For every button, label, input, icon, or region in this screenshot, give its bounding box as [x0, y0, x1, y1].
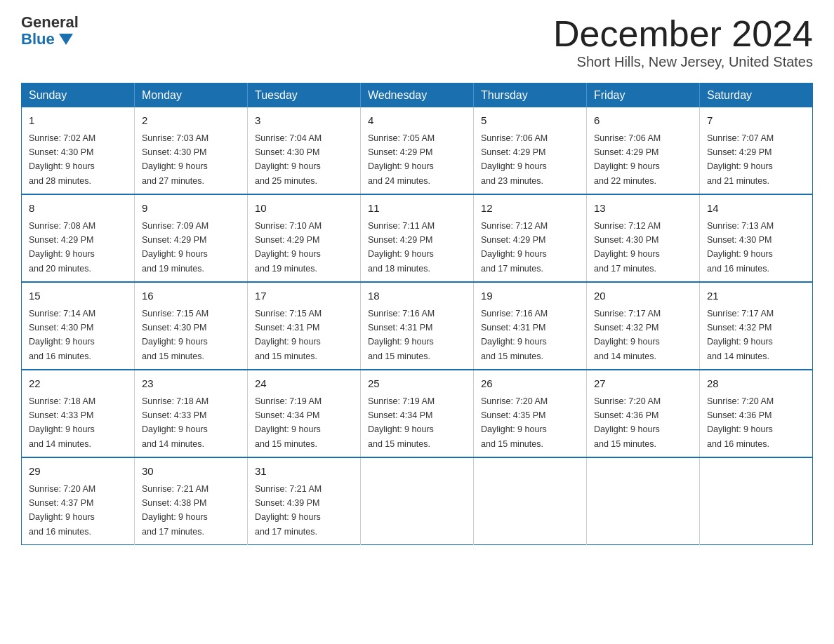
day-detail: Sunrise: 7:05 AMSunset: 4:29 PMDaylight:… — [368, 133, 435, 186]
calendar-cell: 22 Sunrise: 7:18 AMSunset: 4:33 PMDaylig… — [22, 370, 135, 457]
day-detail: Sunrise: 7:19 AMSunset: 4:34 PMDaylight:… — [255, 396, 322, 449]
day-number: 4 — [368, 113, 466, 129]
day-number: 16 — [142, 288, 240, 304]
day-number: 15 — [29, 288, 127, 304]
calendar-cell — [700, 457, 813, 545]
day-number: 6 — [594, 113, 692, 129]
day-detail: Sunrise: 7:09 AMSunset: 4:29 PMDaylight:… — [142, 221, 208, 274]
day-detail: Sunrise: 7:08 AMSunset: 4:29 PMDaylight:… — [29, 221, 95, 274]
header-tuesday: Tuesday — [248, 83, 361, 108]
title-block: December 2024 Short Hills, New Jersey, U… — [553, 14, 813, 70]
header-wednesday: Wednesday — [361, 83, 474, 108]
calendar-cell: 19 Sunrise: 7:16 AMSunset: 4:31 PMDaylig… — [474, 282, 587, 370]
day-number: 30 — [142, 464, 240, 480]
day-detail: Sunrise: 7:06 AMSunset: 4:29 PMDaylight:… — [481, 133, 548, 186]
day-detail: Sunrise: 7:18 AMSunset: 4:33 PMDaylight:… — [142, 396, 208, 449]
calendar-cell: 7 Sunrise: 7:07 AMSunset: 4:29 PMDayligh… — [700, 107, 813, 194]
day-detail: Sunrise: 7:07 AMSunset: 4:29 PMDaylight:… — [707, 133, 774, 186]
calendar-cell: 14 Sunrise: 7:13 AMSunset: 4:30 PMDaylig… — [700, 194, 813, 282]
day-detail: Sunrise: 7:17 AMSunset: 4:32 PMDaylight:… — [594, 309, 661, 361]
day-detail: Sunrise: 7:02 AMSunset: 4:30 PMDaylight:… — [29, 133, 95, 186]
day-number: 8 — [29, 201, 127, 217]
day-number: 29 — [29, 464, 127, 480]
day-number: 24 — [255, 376, 353, 392]
calendar-cell: 1 Sunrise: 7:02 AMSunset: 4:30 PMDayligh… — [22, 107, 135, 194]
day-number: 23 — [142, 376, 240, 392]
day-number: 20 — [594, 288, 692, 304]
location-title: Short Hills, New Jersey, United States — [553, 54, 813, 70]
calendar-cell: 21 Sunrise: 7:17 AMSunset: 4:32 PMDaylig… — [700, 282, 813, 370]
calendar-cell: 12 Sunrise: 7:12 AMSunset: 4:29 PMDaylig… — [474, 194, 587, 282]
day-number: 10 — [255, 201, 353, 217]
calendar-week-row: 29 Sunrise: 7:20 AMSunset: 4:37 PMDaylig… — [22, 457, 813, 545]
day-detail: Sunrise: 7:10 AMSunset: 4:29 PMDaylight:… — [255, 221, 322, 274]
day-detail: Sunrise: 7:14 AMSunset: 4:30 PMDaylight:… — [29, 309, 95, 361]
calendar-cell: 23 Sunrise: 7:18 AMSunset: 4:33 PMDaylig… — [135, 370, 248, 457]
header-monday: Monday — [135, 83, 248, 108]
day-number: 31 — [255, 464, 353, 480]
calendar-cell — [474, 457, 587, 545]
day-detail: Sunrise: 7:16 AMSunset: 4:31 PMDaylight:… — [481, 309, 548, 361]
calendar-cell: 2 Sunrise: 7:03 AMSunset: 4:30 PMDayligh… — [135, 107, 248, 194]
calendar-cell: 4 Sunrise: 7:05 AMSunset: 4:29 PMDayligh… — [361, 107, 474, 194]
day-detail: Sunrise: 7:21 AMSunset: 4:39 PMDaylight:… — [255, 484, 322, 537]
day-detail: Sunrise: 7:04 AMSunset: 4:30 PMDaylight:… — [255, 133, 322, 186]
day-number: 19 — [481, 288, 579, 304]
day-detail: Sunrise: 7:11 AMSunset: 4:29 PMDaylight:… — [368, 221, 435, 274]
day-number: 13 — [594, 201, 692, 217]
calendar-cell: 25 Sunrise: 7:19 AMSunset: 4:34 PMDaylig… — [361, 370, 474, 457]
day-number: 17 — [255, 288, 353, 304]
day-detail: Sunrise: 7:15 AMSunset: 4:30 PMDaylight:… — [142, 309, 208, 361]
day-detail: Sunrise: 7:03 AMSunset: 4:30 PMDaylight:… — [142, 133, 208, 186]
day-number: 22 — [29, 376, 127, 392]
day-number: 14 — [707, 201, 805, 217]
day-detail: Sunrise: 7:20 AMSunset: 4:36 PMDaylight:… — [594, 396, 661, 449]
calendar-cell: 16 Sunrise: 7:15 AMSunset: 4:30 PMDaylig… — [135, 282, 248, 370]
page-header: General Blue December 2024 Short Hills, … — [21, 14, 813, 70]
calendar-week-row: 8 Sunrise: 7:08 AMSunset: 4:29 PMDayligh… — [22, 194, 813, 282]
day-number: 3 — [255, 113, 353, 129]
day-detail: Sunrise: 7:21 AMSunset: 4:38 PMDaylight:… — [142, 484, 208, 537]
day-detail: Sunrise: 7:16 AMSunset: 4:31 PMDaylight:… — [368, 309, 435, 361]
day-number: 12 — [481, 201, 579, 217]
month-title: December 2024 — [553, 14, 813, 54]
day-number: 27 — [594, 376, 692, 392]
day-detail: Sunrise: 7:13 AMSunset: 4:30 PMDaylight:… — [707, 221, 774, 274]
calendar-cell: 10 Sunrise: 7:10 AMSunset: 4:29 PMDaylig… — [248, 194, 361, 282]
calendar-cell — [587, 457, 700, 545]
calendar-cell: 20 Sunrise: 7:17 AMSunset: 4:32 PMDaylig… — [587, 282, 700, 370]
day-number: 5 — [481, 113, 579, 129]
calendar-cell: 18 Sunrise: 7:16 AMSunset: 4:31 PMDaylig… — [361, 282, 474, 370]
calendar-cell: 5 Sunrise: 7:06 AMSunset: 4:29 PMDayligh… — [474, 107, 587, 194]
calendar-cell: 11 Sunrise: 7:11 AMSunset: 4:29 PMDaylig… — [361, 194, 474, 282]
day-detail: Sunrise: 7:06 AMSunset: 4:29 PMDaylight:… — [594, 133, 661, 186]
logo-general-text: General — [21, 14, 79, 31]
day-detail: Sunrise: 7:19 AMSunset: 4:34 PMDaylight:… — [368, 396, 435, 449]
day-detail: Sunrise: 7:20 AMSunset: 4:37 PMDaylight:… — [29, 484, 95, 537]
calendar-cell: 26 Sunrise: 7:20 AMSunset: 4:35 PMDaylig… — [474, 370, 587, 457]
calendar-body: 1 Sunrise: 7:02 AMSunset: 4:30 PMDayligh… — [22, 107, 813, 545]
calendar-cell: 30 Sunrise: 7:21 AMSunset: 4:38 PMDaylig… — [135, 457, 248, 545]
day-number: 18 — [368, 288, 466, 304]
calendar-cell: 13 Sunrise: 7:12 AMSunset: 4:30 PMDaylig… — [587, 194, 700, 282]
day-detail: Sunrise: 7:17 AMSunset: 4:32 PMDaylight:… — [707, 309, 774, 361]
calendar-cell: 27 Sunrise: 7:20 AMSunset: 4:36 PMDaylig… — [587, 370, 700, 457]
header-sunday: Sunday — [22, 83, 135, 108]
calendar-table: Sunday Monday Tuesday Wednesday Thursday… — [21, 83, 813, 545]
day-detail: Sunrise: 7:20 AMSunset: 4:35 PMDaylight:… — [481, 396, 548, 449]
calendar-cell — [361, 457, 474, 545]
day-number: 2 — [142, 113, 240, 129]
logo-blue-section: Blue — [21, 31, 73, 48]
calendar-week-row: 1 Sunrise: 7:02 AMSunset: 4:30 PMDayligh… — [22, 107, 813, 194]
logo-triangle-icon — [59, 34, 73, 45]
header-friday: Friday — [587, 83, 700, 108]
day-number: 26 — [481, 376, 579, 392]
day-detail: Sunrise: 7:12 AMSunset: 4:29 PMDaylight:… — [481, 221, 548, 274]
day-number: 28 — [707, 376, 805, 392]
calendar-cell: 17 Sunrise: 7:15 AMSunset: 4:31 PMDaylig… — [248, 282, 361, 370]
day-number: 1 — [29, 113, 127, 129]
calendar-header: Sunday Monday Tuesday Wednesday Thursday… — [22, 83, 813, 108]
header-row: Sunday Monday Tuesday Wednesday Thursday… — [22, 83, 813, 108]
day-number: 11 — [368, 201, 466, 217]
calendar-week-row: 22 Sunrise: 7:18 AMSunset: 4:33 PMDaylig… — [22, 370, 813, 457]
